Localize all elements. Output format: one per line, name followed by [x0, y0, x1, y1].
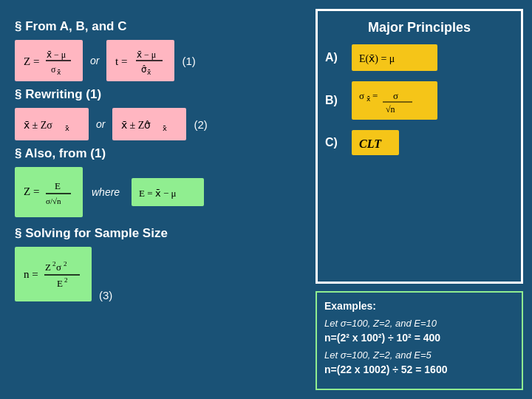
- svg-text:x̄: x̄: [366, 95, 371, 103]
- formula-rewrite2: x̄ ± Zσ̂ x̄: [112, 108, 186, 140]
- svg-text:σ: σ: [393, 90, 398, 101]
- principle-C: C) CLT: [325, 130, 514, 155]
- section2-title: § Rewriting (1): [15, 87, 292, 102]
- formula-row-2: x̄ ± Zσ x̄ or x̄ ± Zσ̂ x̄ (2): [15, 108, 292, 140]
- principle-C-label: C): [325, 136, 346, 149]
- or-text-1: or: [90, 55, 99, 66]
- formula-rewrite1: x̄ ± Zσ x̄: [15, 108, 89, 140]
- main-container: § From A, B, and C Z = x̄ − μ σ x̄ or: [0, 0, 532, 399]
- formula-t1-svg: t = x̄ − μ σ̂ x̄: [114, 44, 167, 77]
- svg-text:σ/√n: σ/√n: [46, 197, 61, 205]
- formula-C-svg: CLT: [358, 133, 393, 152]
- formula-n: n = Z 2 σ 2 E 2: [15, 247, 92, 301]
- principle-A: A) E(x̄) = μ: [325, 44, 514, 71]
- example2-let: Let σ=100, Z=2, and E=5: [324, 349, 514, 361]
- svg-text:E(x̄) = μ: E(x̄) = μ: [359, 53, 395, 65]
- svg-text:Z =: Z =: [24, 55, 39, 67]
- svg-text:√n: √n: [386, 104, 395, 115]
- svg-text:x̄ − μ: x̄ − μ: [47, 50, 66, 60]
- formula-where-e-svg: E = x̄ − μ: [137, 182, 198, 202]
- svg-text:2: 2: [64, 260, 67, 267]
- section3-title: § Also, from (1): [15, 146, 292, 161]
- svg-text:x̄ ± Zσ̂: x̄ ± Zσ̂: [121, 120, 151, 131]
- principle-A-formula: E(x̄) = μ: [352, 44, 437, 71]
- svg-text:t =: t =: [115, 55, 127, 67]
- svg-text:E: E: [57, 278, 63, 289]
- formula-row-1: Z = x̄ − μ σ x̄ or t = x̄ − μ σ̂: [15, 40, 292, 81]
- formula-rewrite1-svg: x̄ ± Zσ x̄: [22, 112, 81, 136]
- right-panel: Major Principles A) E(x̄) = μ B) σ x̄ =: [307, 0, 532, 399]
- principle-A-label: A): [325, 51, 346, 64]
- svg-text:σ̂: σ̂: [141, 64, 147, 75]
- section4-title: § Solving for Sample Size: [15, 226, 292, 241]
- formula-n-svg: n = Z 2 σ 2 E 2: [22, 251, 84, 297]
- formula-z1-svg: Z = x̄ − μ σ x̄: [22, 44, 75, 77]
- svg-text:x̄: x̄: [65, 124, 69, 132]
- svg-text:CLT: CLT: [359, 137, 382, 150]
- formula-rewrite2-svg: x̄ ± Zσ̂ x̄: [120, 112, 179, 136]
- num-label-1: (1): [182, 55, 195, 67]
- section1-title: § From A, B, and C: [15, 19, 292, 34]
- formula-t1: t = x̄ − μ σ̂ x̄: [106, 40, 174, 81]
- svg-text:2: 2: [52, 260, 56, 267]
- svg-text:Z: Z: [45, 262, 51, 273]
- num-label-3: (3): [99, 289, 112, 301]
- left-panel: § From A, B, and C Z = x̄ − μ σ x̄ or: [0, 0, 307, 399]
- svg-text:2: 2: [64, 276, 68, 284]
- formula-also: Z = E σ/√n: [15, 167, 83, 217]
- example1-let: Let σ=100, Z=2, and E=10: [324, 318, 514, 329]
- svg-text:Z =: Z =: [24, 185, 39, 197]
- svg-text:x̄ ± Zσ: x̄ ± Zσ: [24, 120, 52, 131]
- svg-text:x̄: x̄: [163, 124, 167, 132]
- svg-text:x̄: x̄: [147, 69, 151, 76]
- svg-text:n =: n =: [24, 268, 38, 280]
- also-row: Z = E σ/√n where E = x̄ − μ: [15, 167, 292, 217]
- svg-text:σ: σ: [56, 262, 61, 273]
- formula-A-svg: E(x̄) = μ: [358, 47, 432, 68]
- formula-B-svg: σ x̄ = σ √n: [358, 84, 432, 117]
- svg-text:E = x̄ − μ: E = x̄ − μ: [139, 188, 177, 199]
- svg-text:σ: σ: [359, 90, 364, 101]
- principle-C-formula: CLT: [352, 130, 399, 155]
- where-text: where: [92, 186, 120, 198]
- example1-result: n=(2² x 100²) ÷ 10² = 400: [324, 332, 514, 344]
- example2-result: n=(22 x 1002) ÷ 52 = 1600: [324, 364, 514, 375]
- num-label-2: (2): [194, 118, 207, 131]
- formula-where-e: E = x̄ − μ: [132, 178, 204, 206]
- examples-box: Examples: Let σ=100, Z=2, and E=10 n=(2²…: [316, 291, 523, 390]
- examples-title: Examples:: [324, 300, 514, 312]
- svg-text:σ: σ: [51, 64, 56, 75]
- formula-z1: Z = x̄ − μ σ x̄: [15, 40, 83, 81]
- formula-row-3: n = Z 2 σ 2 E 2 (3): [15, 247, 292, 301]
- svg-text:x̄: x̄: [57, 69, 61, 76]
- major-principles-title: Major Principles: [325, 20, 514, 35]
- svg-text:E: E: [55, 180, 61, 191]
- formula-also-svg: Z = E σ/√n: [22, 171, 75, 213]
- principle-B-formula: σ x̄ = σ √n: [352, 81, 437, 120]
- svg-text:x̄ − μ: x̄ − μ: [137, 50, 156, 60]
- svg-text:=: =: [372, 90, 378, 101]
- principle-B-label: B): [325, 94, 346, 107]
- or-text-2: or: [96, 118, 105, 130]
- principle-B: B) σ x̄ = σ √n: [325, 81, 514, 120]
- major-principles-box: Major Principles A) E(x̄) = μ B) σ x̄ =: [316, 9, 523, 284]
